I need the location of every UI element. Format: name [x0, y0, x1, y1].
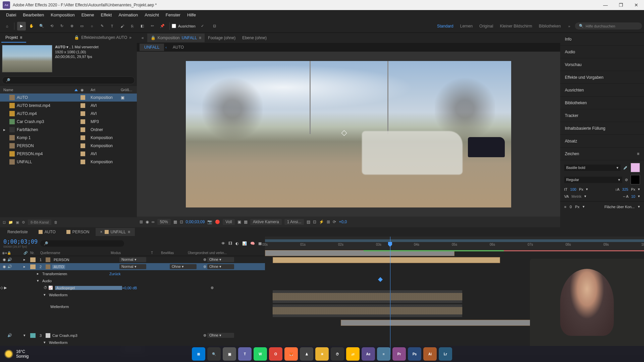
menu-ebene[interactable]: Ebene — [78, 11, 98, 19]
help-search-input[interactable]: 🔍 Hilfe durchsuchen — [575, 22, 642, 29]
project-item[interactable]: AUTO Komposition ▣ — [0, 94, 137, 102]
prop-audio[interactable]: ▾Audio — [0, 277, 265, 284]
taskbar-app[interactable]: T — [238, 347, 252, 361]
eyedropper-icon[interactable]: 💉 — [623, 166, 628, 170]
col-header-size[interactable]: Größ... — [121, 88, 134, 92]
project-item[interactable]: AUTO bremst.mp4 AVI — [0, 102, 137, 110]
panel-absatz[interactable]: Absatz — [560, 135, 644, 147]
hand-tool[interactable]: ✋ — [27, 22, 36, 31]
frame-blend-icon[interactable]: 🎞 — [228, 241, 232, 246]
viewer-nav-back[interactable]: « — [138, 34, 147, 42]
views-dropdown[interactable]: 1 Ansi... — [284, 219, 304, 225]
layer-row[interactable]: ◉🔊 ▸ 2 AUTO Normal ▾ Ohne ▾ ⊚ Ohne ▾ — [0, 263, 265, 270]
taskbar-app[interactable]: ≡ — [377, 347, 390, 361]
workspace-standard[interactable]: Standard — [434, 22, 456, 30]
snap-options2-icon[interactable]: ⊡ — [210, 22, 219, 31]
workspace-kleiner-bildschirm[interactable]: Kleiner Bildschirm — [497, 22, 535, 30]
snap-toggle[interactable] — [172, 24, 176, 28]
panel-audio[interactable]: Audio — [560, 46, 644, 58]
workspace-original[interactable]: Original — [477, 22, 496, 30]
project-item[interactable]: UNFALL Komposition — [0, 158, 137, 166]
taskbar-app[interactable]: 🦊 — [284, 347, 298, 361]
taskbar-app[interactable]: Pr — [392, 347, 406, 361]
panel-vorschau[interactable]: Vorschau — [560, 58, 644, 71]
tracking-value[interactable]: 10 — [631, 194, 635, 198]
guides-icon[interactable]: ⊡ — [180, 220, 183, 224]
time-ruler[interactable]: 00s01s02s03s04s05s06s07s08s09s10s — [265, 237, 644, 250]
snap-options-icon[interactable]: ✓ — [198, 22, 207, 31]
rotation-tool[interactable]: ↻ — [57, 22, 66, 31]
font-family-dropdown[interactable]: Bastile bold▾ — [564, 165, 621, 171]
panel-bibliotheken[interactable]: Bibliotheken — [560, 97, 644, 109]
menu-effekt[interactable]: Effekt — [97, 11, 115, 19]
prop-wellenform[interactable]: ▾Wellenform — [0, 291, 265, 298]
fill-color-swatch[interactable] — [631, 163, 640, 172]
maximize-button[interactable]: ❐ — [613, 0, 629, 10]
close-button[interactable]: ✕ — [629, 0, 644, 10]
zoom-tool[interactable]: 🔍 — [37, 22, 46, 31]
anchor-tool[interactable]: ⊕ — [67, 22, 76, 31]
tab-layer[interactable]: Ebene (ohne) — [239, 34, 270, 42]
taskbar-app[interactable]: 📁 — [346, 347, 360, 361]
project-item[interactable]: PERSON.mp4 AVI — [0, 150, 137, 158]
clone-tool[interactable]: ⎘ — [128, 22, 137, 31]
motion-blur-icon[interactable]: ◐ — [235, 241, 239, 246]
alpha-icon[interactable]: ⊞ — [140, 220, 143, 224]
col-header-name[interactable]: Name — [3, 88, 13, 92]
taskbar-app[interactable]: ▣ — [223, 347, 236, 361]
menu-komposition[interactable]: Komposition — [47, 11, 78, 19]
taskbar-app[interactable]: Lr — [439, 347, 452, 361]
trash-icon[interactable]: 🗑 — [54, 220, 58, 224]
taskbar-app[interactable]: 🔍 — [207, 347, 221, 361]
panel-ausrichten[interactable]: Ausrichten — [560, 84, 644, 97]
comp-thumbnail[interactable] — [2, 45, 52, 72]
roi-icon[interactable]: ▣ — [237, 220, 241, 224]
zoom-dropdown[interactable]: 50% — [157, 219, 171, 225]
timeline-tab-renderliste[interactable]: Renderliste — [3, 228, 33, 236]
timeline-search-input[interactable]: 🔎 — [40, 240, 124, 247]
orbit-tool[interactable]: ⟲ — [47, 22, 56, 31]
leading-value[interactable]: 325 — [622, 187, 628, 191]
col-header-label[interactable]: ◉ — [80, 88, 84, 92]
channel-icon[interactable]: 🔴 — [215, 220, 220, 224]
eraser-tool[interactable]: ◧ — [138, 22, 147, 31]
brain-icon[interactable]: 🧠 — [250, 241, 255, 246]
playhead[interactable] — [390, 237, 390, 355]
exposure-value[interactable]: +0,0 — [339, 220, 347, 224]
anchor-point-icon[interactable] — [341, 130, 347, 136]
project-item[interactable]: Komp 1 Komposition — [0, 134, 137, 142]
menu-animation[interactable]: Animation — [115, 11, 141, 19]
inner-tab-auto[interactable]: AUTO — [168, 44, 189, 51]
tab-composition[interactable]: 🔒 Komposition UNFALL ≡ — [147, 34, 205, 42]
panel-info[interactable]: Info — [560, 33, 644, 46]
transparency-icon[interactable]: ▦ — [244, 220, 248, 224]
camera-dropdown[interactable]: Aktive Kamera — [250, 219, 282, 225]
video-preview[interactable] — [186, 61, 511, 207]
rect-tool[interactable]: ▭ — [77, 22, 86, 31]
inner-tab-unfall[interactable]: UNFALL — [140, 44, 164, 51]
weather-widget[interactable]: 16°C Sonnig — [4, 349, 29, 359]
bit-depth-button[interactable]: 8-Bit-Kanal — [28, 220, 51, 225]
font-style-dropdown[interactable]: Regular▾ — [564, 177, 622, 183]
tab-effect-controls[interactable]: 🔒 Effekteinstellungen AUTO » — [70, 33, 136, 43]
menu-fenster[interactable]: Fenster — [162, 11, 184, 19]
timeline-tab-unfall[interactable]: ×UNFALL≡ — [96, 228, 135, 236]
kerning-value[interactable]: Metrik — [572, 194, 582, 198]
taskbar-app[interactable]: ⏱ — [331, 347, 344, 361]
viewer-timecode[interactable]: 0;00;03;09 — [186, 220, 205, 224]
prop-audiopegel[interactable]: ◀ ◇ ▶ ⏱ 📈 Audiopegel +0,00 dB ⊚ — [0, 284, 265, 291]
tab-project[interactable]: Projekt≡ — [1, 33, 26, 43]
resolution-dropdown[interactable]: Voll — [223, 219, 234, 225]
panel-zeichen[interactable]: Zeichen≡ — [560, 147, 644, 160]
no-color-icon[interactable]: ⊘ — [625, 178, 628, 182]
type-tool[interactable]: T — [108, 22, 116, 31]
settings-icon[interactable]: ⚙ — [22, 220, 25, 225]
snapshot-icon[interactable]: 📷 — [207, 220, 212, 224]
shy-icon[interactable]: 👁 — [221, 241, 225, 246]
panel-tracker[interactable]: Tracker — [560, 109, 644, 122]
project-item[interactable]: AUTO.mp4 AVI — [0, 110, 137, 118]
menu-datei[interactable]: Datei — [3, 11, 19, 19]
home-tool[interactable]: ⌂ — [3, 22, 11, 31]
project-search-input[interactable]: 🔎 — [2, 76, 135, 84]
timeline-tab-person[interactable]: PERSON — [62, 228, 94, 236]
